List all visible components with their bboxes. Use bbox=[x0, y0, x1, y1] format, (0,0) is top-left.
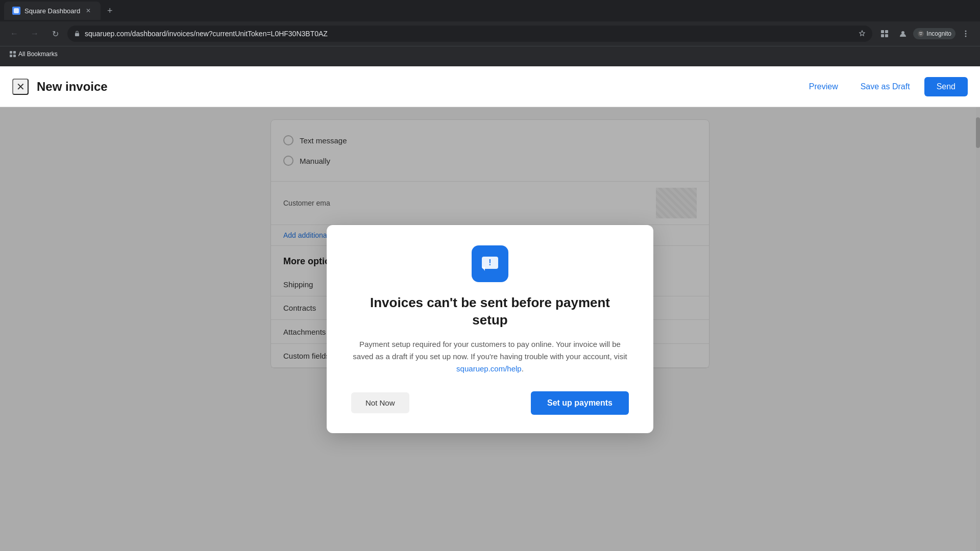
incognito-badge: Incognito bbox=[913, 28, 955, 39]
modal-body-text: Payment setup required for your customer… bbox=[353, 340, 627, 361]
browser-tabs: Square Dashboard ✕ + bbox=[0, 0, 980, 21]
top-bar-left: ✕ New invoice bbox=[12, 79, 108, 95]
modal-dialog: ! Invoices can't be sent before payment … bbox=[327, 225, 653, 433]
tab-favicon bbox=[12, 7, 20, 15]
address-bar[interactable]: squaruep.com/dashboard/invoices/new?curr… bbox=[67, 26, 872, 42]
svg-point-9 bbox=[965, 33, 967, 35]
extensions-icon[interactable] bbox=[876, 26, 893, 42]
warning-chat-icon: ! bbox=[480, 254, 500, 274]
incognito-label: Incognito bbox=[926, 30, 951, 37]
svg-rect-2 bbox=[881, 30, 884, 33]
toolbar-actions: Incognito bbox=[876, 26, 974, 42]
svg-rect-3 bbox=[885, 30, 888, 33]
new-tab-button[interactable]: + bbox=[103, 4, 117, 18]
svg-rect-11 bbox=[10, 51, 12, 54]
forward-button[interactable]: → bbox=[27, 26, 43, 42]
modal-overlay: ! Invoices can't be sent before payment … bbox=[0, 107, 980, 551]
menu-icon[interactable] bbox=[958, 26, 974, 42]
refresh-button[interactable]: ↻ bbox=[47, 26, 63, 42]
page-title: New invoice bbox=[37, 80, 108, 94]
top-bar-right: Preview Save as Draft Send bbox=[801, 77, 968, 96]
send-button[interactable]: Send bbox=[924, 77, 968, 96]
save-as-draft-button[interactable]: Save as Draft bbox=[852, 78, 918, 95]
star-icon[interactable] bbox=[858, 30, 866, 38]
browser-toolbar: ← → ↻ squaruep.com/dashboard/invoices/ne… bbox=[0, 21, 980, 46]
svg-point-10 bbox=[965, 36, 967, 37]
tab-title: Square Dashboard bbox=[24, 7, 80, 15]
bookmarks-label: All Bookmarks bbox=[18, 51, 58, 58]
svg-rect-14 bbox=[13, 55, 16, 57]
svg-rect-4 bbox=[881, 34, 884, 37]
modal-help-link[interactable]: squaruep.com/help bbox=[456, 364, 522, 373]
svg-rect-1 bbox=[75, 33, 79, 36]
modal-title: Invoices can't be sent before payment se… bbox=[351, 294, 629, 329]
svg-text:!: ! bbox=[488, 258, 491, 267]
url-display: squaruep.com/dashboard/invoices/new?curr… bbox=[85, 30, 854, 38]
svg-rect-5 bbox=[885, 34, 888, 37]
svg-rect-0 bbox=[14, 8, 19, 13]
svg-point-7 bbox=[918, 31, 924, 37]
main-content: Text message Manually Customer ema Add a… bbox=[0, 107, 980, 551]
close-page-button[interactable]: ✕ bbox=[12, 79, 29, 95]
svg-point-8 bbox=[965, 31, 967, 32]
lock-icon bbox=[74, 30, 81, 37]
tab-close-button[interactable]: ✕ bbox=[84, 7, 92, 15]
page: ✕ New invoice Preview Save as Draft Send… bbox=[0, 66, 980, 551]
preview-button[interactable]: Preview bbox=[801, 78, 846, 95]
browser-chrome: Square Dashboard ✕ + ← → ↻ squaruep.com/… bbox=[0, 0, 980, 66]
modal-icon-wrap: ! bbox=[472, 245, 508, 282]
setup-payments-button[interactable]: Set up payments bbox=[531, 391, 629, 415]
modal-body: Payment setup required for your customer… bbox=[351, 338, 629, 375]
back-button[interactable]: ← bbox=[6, 26, 22, 42]
modal-actions: Not Now Set up payments bbox=[351, 391, 629, 415]
profile-icon[interactable] bbox=[895, 26, 911, 42]
not-now-button[interactable]: Not Now bbox=[351, 392, 409, 413]
bookmarks-all-label[interactable]: All Bookmarks bbox=[6, 49, 61, 59]
bookmark-bar: All Bookmarks bbox=[0, 46, 980, 61]
svg-rect-13 bbox=[10, 55, 12, 57]
svg-rect-12 bbox=[13, 51, 16, 54]
top-bar: ✕ New invoice Preview Save as Draft Send bbox=[0, 66, 980, 107]
browser-tab-active[interactable]: Square Dashboard ✕ bbox=[4, 2, 101, 20]
